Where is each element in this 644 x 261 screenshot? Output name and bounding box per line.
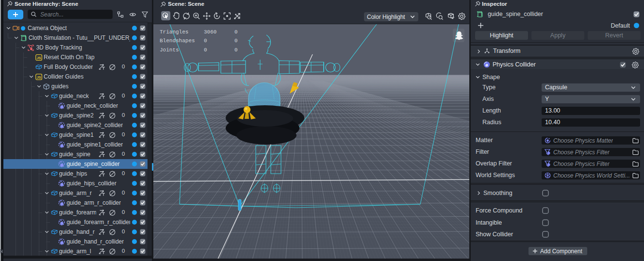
svg-text:JS: JS <box>37 55 41 60</box>
svg-text:JS: JS <box>37 75 41 79</box>
